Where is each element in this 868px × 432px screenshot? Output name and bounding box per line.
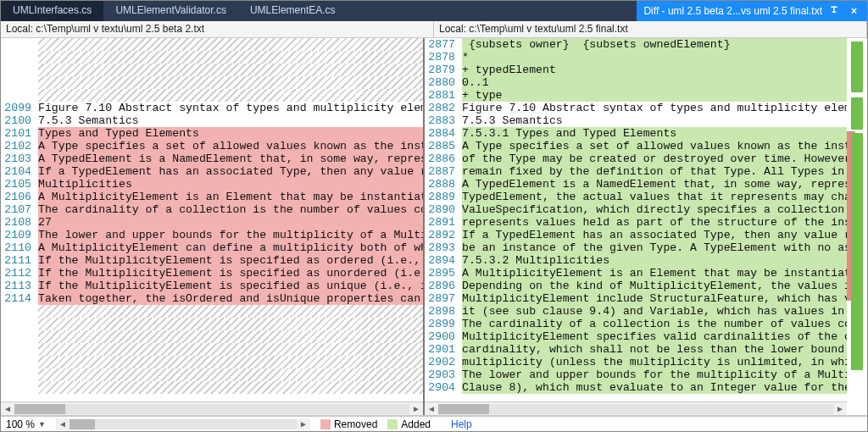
code-row[interactable]: 2111If the MultiplicityElement is specif… [1, 254, 423, 267]
scroll-left-icon[interactable]: ◄ [1, 404, 14, 413]
line-text: A MultiplicityElement is an Element that… [462, 267, 847, 280]
code-row[interactable]: 2102A Type specifies a set of allowed va… [1, 140, 423, 152]
code-row[interactable]: 2899The cardinality of a collection is t… [425, 318, 847, 330]
code-row[interactable]: 28837.5.3 Semantics [425, 114, 847, 127]
line-number: 2107 [1, 203, 38, 216]
right-code[interactable]: 2877 {subsets owner} {subsets ownedEleme… [425, 38, 847, 402]
line-number: 2887 [425, 165, 462, 178]
code-row[interactable]: 210827 [1, 216, 423, 229]
code-row[interactable]: 2103A TypedElement is a NamedElement tha… [1, 152, 423, 165]
code-row[interactable] [1, 318, 423, 330]
code-row[interactable]: 2878* [425, 51, 847, 64]
code-row[interactable]: 2114Taken together, the isOrdered and is… [1, 292, 423, 305]
line-number: 2880 [425, 76, 462, 89]
removed-swatch [320, 419, 331, 429]
code-row[interactable]: 2904Clause 8), which must evaluate to an… [425, 381, 847, 394]
code-row[interactable]: 2902multiplicity (unless the multiplicit… [425, 356, 847, 368]
code-row[interactable]: 28947.5.3.2 Multiplicities [425, 254, 847, 267]
left-hscroll[interactable]: ◄ ► [1, 402, 423, 415]
file-tab-1[interactable]: UMLElementValidator.cs [103, 1, 238, 21]
scroll-right-icon[interactable]: ► [409, 404, 423, 413]
code-row[interactable]: 2887remain fixed by the definition of th… [425, 165, 847, 178]
line-number: 2899 [425, 318, 462, 330]
code-row[interactable] [1, 330, 423, 343]
code-row[interactable] [1, 356, 423, 368]
code-row[interactable] [1, 76, 423, 89]
code-row[interactable] [1, 343, 423, 356]
line-text: represents values held as part of the st… [462, 216, 847, 229]
code-row[interactable]: 2101Types and Typed Elements [1, 127, 423, 140]
code-row[interactable]: 28800..1 [425, 76, 847, 89]
code-row[interactable]: 2898it (see sub clause 9.4) and Variable… [425, 305, 847, 318]
overview-ruler[interactable] [847, 38, 867, 415]
diff-tab[interactable]: Diff - uml 2.5 beta 2...vs uml 2.5 final… [637, 1, 867, 21]
code-row[interactable]: 2897MultiplicityElement include Structur… [425, 292, 847, 305]
code-row[interactable] [1, 305, 423, 318]
code-row[interactable]: 2900MultiplicityElement specifies valid … [425, 330, 847, 343]
line-text: 0..1 [462, 76, 847, 89]
code-row[interactable] [1, 368, 423, 381]
zoom-control[interactable]: 100 % ▼ [6, 418, 46, 430]
scroll-right-icon[interactable]: ► [297, 419, 310, 429]
code-row[interactable]: 2895A MultiplicityElement is an Element … [425, 267, 847, 280]
code-row[interactable]: 2903The lower and upper bounds for the m… [425, 368, 847, 381]
scroll-left-icon[interactable]: ◄ [425, 404, 438, 413]
code-row[interactable]: 2893be an instance of the given Type. A … [425, 241, 847, 254]
code-row[interactable]: 2112If the MultiplicityElement is specif… [1, 267, 423, 280]
file-tab-0[interactable]: UMLInterfaces.cs [1, 1, 103, 21]
chevron-down-icon[interactable]: ▼ [38, 420, 46, 429]
line-number: 2105 [1, 178, 38, 191]
zoom-value: 100 % [6, 418, 35, 430]
line-text: Figure 7.10 Abstract syntax of types and… [462, 102, 847, 114]
line-text: of the Type may be created or destroyed … [462, 152, 847, 165]
code-row[interactable] [1, 51, 423, 64]
code-row[interactable] [1, 64, 423, 76]
code-row[interactable]: 2099Figure 7.10 Abstract syntax of types… [1, 102, 423, 114]
code-row[interactable]: 2886of the Type may be created or destro… [425, 152, 847, 165]
code-row[interactable]: 2881+ type [425, 89, 847, 102]
code-row[interactable]: 2107The cardinality of a collection is t… [1, 203, 423, 216]
code-row[interactable] [1, 89, 423, 102]
code-row[interactable]: 2104If a TypedElement has an associated … [1, 165, 423, 178]
pin-icon[interactable] [829, 5, 841, 17]
code-row[interactable]: 2896Depending on the kind of Multiplicit… [425, 280, 847, 292]
code-row[interactable]: 2889TypedElement, the actual values that… [425, 191, 847, 203]
code-row[interactable] [1, 38, 423, 51]
code-row[interactable]: 2888A TypedElement is a NamedElement tha… [425, 178, 847, 191]
bottom-hscroll[interactable]: ◄ ► [56, 418, 310, 430]
file-tab-2[interactable]: UMLElementEA.cs [238, 1, 348, 21]
scroll-left-icon[interactable]: ◄ [56, 419, 70, 429]
diff-window: UMLInterfaces.cs UMLElementValidator.cs … [0, 0, 868, 432]
line-number: 2108 [1, 216, 38, 229]
code-row[interactable]: 2110A MultiplicityElement can define a m… [1, 241, 423, 254]
code-row[interactable]: 2877 {subsets owner} {subsets ownedEleme… [425, 38, 847, 51]
line-number: 2877 [425, 38, 462, 51]
line-number: 2109 [1, 229, 38, 241]
left-pane[interactable]: 2099Figure 7.10 Abstract syntax of types… [1, 38, 425, 415]
line-number: 2898 [425, 305, 462, 318]
close-icon[interactable]: × [848, 5, 860, 17]
left-code[interactable]: 2099Figure 7.10 Abstract syntax of types… [1, 38, 423, 402]
code-row[interactable]: 2901cardinality, which shall not be less… [425, 343, 847, 356]
code-row[interactable]: 2891represents values held as part of th… [425, 216, 847, 229]
right-hscroll[interactable]: ◄ ► [425, 402, 847, 415]
code-row[interactable]: 21007.5.3 Semantics [1, 114, 423, 127]
code-row[interactable]: 2109The lower and upper bounds for the m… [1, 229, 423, 241]
code-row[interactable] [1, 381, 423, 394]
help-link[interactable]: Help [451, 418, 472, 430]
code-row[interactable]: 2879+ typedElement [425, 64, 847, 76]
code-row[interactable]: 2890ValueSpecification, which directly s… [425, 203, 847, 216]
code-row[interactable]: 28847.5.3.1 Types and Typed Elements [425, 127, 847, 140]
path-bar: Local: c:\Temp\uml v textu\uml 2.5 beta … [1, 21, 867, 38]
code-row[interactable]: 2885A Type specifies a set of allowed va… [425, 140, 847, 152]
line-text: If a TypedElement has an associated Type… [462, 229, 847, 241]
right-pane[interactable]: 2877 {subsets owner} {subsets ownedEleme… [425, 38, 847, 415]
line-text: it (see sub clause 9.4) and Variable, wh… [462, 305, 847, 318]
scroll-right-icon[interactable]: ► [833, 404, 847, 413]
code-row[interactable]: 2105Multiplicities [1, 178, 423, 191]
line-text: 7.5.3 Semantics [38, 114, 423, 127]
code-row[interactable]: 2113If the MultiplicityElement is specif… [1, 280, 423, 292]
code-row[interactable]: 2882Figure 7.10 Abstract syntax of types… [425, 102, 847, 114]
code-row[interactable]: 2106A MultiplicityElement is an Element … [1, 191, 423, 203]
code-row[interactable]: 2892If a TypedElement has an associated … [425, 229, 847, 241]
